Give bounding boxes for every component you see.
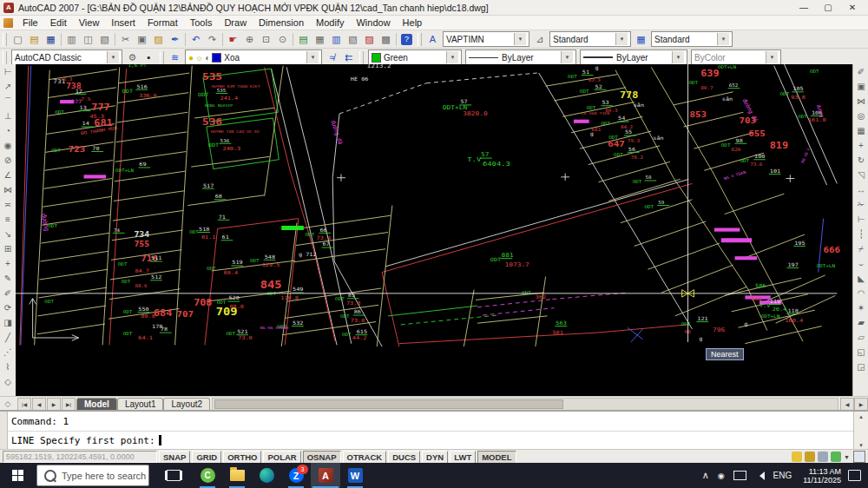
toolbar-grip[interactable]	[3, 33, 7, 46]
scroll-right-button[interactable]: ▶	[854, 398, 868, 411]
quick-calc-icon[interactable]: ▩	[378, 32, 394, 47]
tab-last-button[interactable]: ▶|	[62, 398, 76, 411]
taskbar-app-word[interactable]: W	[340, 463, 370, 488]
chevron-down-icon[interactable]: ▼	[306, 51, 319, 63]
toggle-grid[interactable]: GRID	[192, 451, 221, 464]
plot-preview-icon[interactable]: ◫	[80, 32, 96, 47]
start-button[interactable]	[0, 463, 35, 488]
extend-icon[interactable]: ⊢	[858, 212, 865, 227]
action-center-icon[interactable]	[848, 470, 861, 481]
dimension-text-edit-icon[interactable]: ✐	[4, 286, 11, 300]
aligned-dimension-icon[interactable]: ↗	[4, 79, 11, 94]
paste-icon[interactable]: ▨	[150, 32, 167, 47]
properties-icon[interactable]: ▤	[295, 32, 312, 47]
chevron-down-icon[interactable]: ▼	[766, 51, 778, 63]
sheet-set-manager-icon[interactable]: ▧	[345, 32, 361, 47]
taskbar-app-coccoc[interactable]: C	[193, 463, 222, 488]
center-mark-icon[interactable]: +	[5, 256, 10, 271]
toggle-polar[interactable]: POLAR	[263, 451, 300, 464]
toolbar-grip[interactable]	[359, 51, 364, 64]
layer-freeze-icon[interactable]: ☼	[195, 53, 203, 63]
command-scrollbar[interactable]: ▲ ▼	[853, 412, 868, 451]
copy-object-icon[interactable]: ▣	[857, 79, 865, 94]
menu-edit[interactable]: Edit	[44, 17, 73, 28]
undo-icon[interactable]: ↶	[187, 32, 204, 47]
toggle-otrack[interactable]: OTRACK	[343, 451, 387, 464]
tab-model[interactable]: Model	[76, 398, 117, 411]
quick-leader-icon[interactable]: ↘	[4, 227, 11, 241]
tab-first-button[interactable]: |◀	[17, 398, 31, 411]
move-icon[interactable]: +	[858, 138, 864, 153]
save-workspace-icon[interactable]: ▪	[141, 50, 157, 65]
menu-format[interactable]: Format	[141, 17, 184, 28]
toggle-snap[interactable]: SNAP	[159, 451, 190, 464]
markup-set-manager-icon[interactable]: ▨	[361, 32, 378, 47]
tab-next-button[interactable]: ▶	[47, 398, 61, 411]
speaker-icon[interactable]	[755, 472, 765, 480]
menu-file[interactable]: File	[16, 17, 44, 28]
erase-icon[interactable]: ✐	[858, 64, 865, 79]
ordinate-dimension-icon[interactable]: ⊥	[4, 109, 12, 123]
coordinate-readout[interactable]: 595182.1519, 1202245.4591, 0.0000	[3, 451, 157, 463]
menu-draw[interactable]: Draw	[218, 17, 253, 28]
menu-dimension[interactable]: Dimension	[253, 17, 310, 28]
toggle-ortho[interactable]: ORTHO	[223, 451, 261, 464]
language-indicator[interactable]: ENG	[773, 471, 792, 480]
linear-dimension-icon[interactable]: ⊢	[4, 64, 12, 79]
command-window-grip[interactable]	[0, 412, 8, 451]
zoom-window-icon[interactable]: ⊡	[258, 32, 274, 47]
arc-length-dimension-icon[interactable]: ⌒	[3, 94, 12, 109]
make-layer-current-icon[interactable]: ≉	[324, 50, 340, 65]
design-center-icon[interactable]: ▦	[312, 32, 328, 47]
baseline-dimension-icon[interactable]: ≍	[4, 197, 11, 212]
xref-lock-icon[interactable]	[805, 452, 815, 462]
taskbar-search-input[interactable]: Type here to search	[36, 465, 149, 486]
publish-icon[interactable]: ▧	[96, 32, 113, 47]
taskbar-app-explorer[interactable]	[222, 463, 252, 488]
mirror-icon[interactable]: ⋈	[857, 94, 865, 109]
layer-lock-icon[interactable]: ◐	[205, 53, 210, 63]
text-style-icon[interactable]: A	[424, 32, 441, 47]
send-to-back-icon[interactable]: ▱	[858, 330, 865, 345]
polygon-icon[interactable]: ◇	[4, 374, 11, 389]
scroll-up-icon[interactable]: ▲	[858, 412, 864, 422]
chevron-down-icon[interactable]: ▼	[672, 51, 684, 63]
jogged-dimension-icon[interactable]: ◉	[4, 138, 12, 153]
construction-line-icon[interactable]: ⋰	[3, 345, 12, 359]
stretch-icon[interactable]: ↔	[857, 182, 865, 197]
trusted-dwg-icon[interactable]	[831, 452, 841, 462]
layer-properties-icon[interactable]: ≋	[167, 50, 183, 65]
chevron-down-icon[interactable]: ▼	[717, 33, 729, 45]
taskbar-app-autocad[interactable]: A	[311, 463, 340, 488]
chevron-down-icon[interactable]: ▼	[514, 33, 526, 45]
tab-prev-button[interactable]: ◀	[32, 398, 46, 411]
send-under-icon[interactable]: ◲	[857, 359, 865, 374]
toggle-model[interactable]: MODEL	[477, 451, 516, 464]
menu-view[interactable]: View	[73, 17, 106, 28]
color-combo[interactable]: Green▼	[368, 49, 462, 65]
drawing-canvas[interactable]: 1213.2HE 061,6 PT73158.313777.9121314738…	[16, 64, 852, 396]
line-icon[interactable]: ╱	[5, 330, 10, 345]
tab-layout1[interactable]: Layout1	[117, 398, 164, 411]
clock[interactable]: 11:13 AM 11/11/2025	[803, 467, 841, 485]
chevron-down-icon[interactable]: ▼	[446, 51, 458, 63]
maximize-button[interactable]: ▢	[816, 3, 840, 12]
standards-icon[interactable]	[792, 452, 802, 462]
fillet-icon[interactable]: ◠	[858, 286, 865, 300]
break-at-point-icon[interactable]: ┆	[858, 227, 864, 241]
open-icon[interactable]: ▤	[26, 32, 43, 47]
tolerance-icon[interactable]: ⊞	[4, 241, 11, 256]
layer-combo[interactable]: ● ☼ ◐ Xoa ▼	[185, 49, 322, 65]
toggle-dyn[interactable]: DYN	[422, 451, 448, 464]
toolbar-grip[interactable]	[160, 51, 164, 64]
copy-icon[interactable]: ▣	[134, 32, 150, 47]
dimension-style-icon[interactable]: ◨	[3, 315, 11, 330]
text-style-combo[interactable]: VAPTIMN▼	[443, 31, 529, 47]
layer-on-icon[interactable]: ●	[188, 53, 194, 63]
rotate-icon[interactable]: ↻	[858, 153, 865, 168]
polygon-tool-icon[interactable]: ◇	[0, 399, 16, 408]
chevron-down-icon[interactable]: ▼	[561, 51, 573, 63]
redo-icon[interactable]: ↷	[204, 32, 220, 47]
tool-palettes-icon[interactable]: ▥	[328, 32, 345, 47]
linetype-combo[interactable]: ByLayer▼	[465, 49, 576, 65]
